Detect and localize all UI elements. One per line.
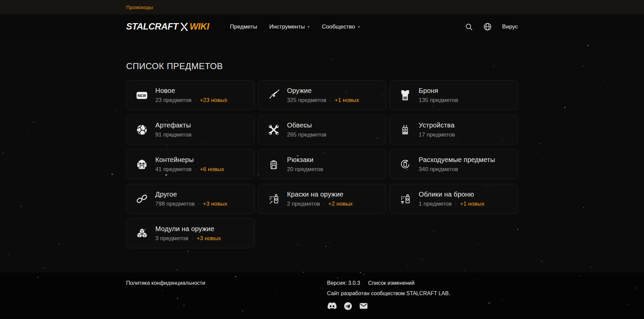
card-new-badge: +23 новых xyxy=(200,97,227,104)
svg-text:NEW: NEW xyxy=(138,93,146,97)
card-title: Рюкзаки xyxy=(287,156,323,164)
card-separator: · xyxy=(323,201,325,207)
category-card-new[interactable]: NEW Новое 23 предметов · +23 новых xyxy=(126,80,255,110)
logo-text-stalcraft: STALCRAFT xyxy=(126,21,178,32)
nav-right-group: Вирус xyxy=(465,22,518,31)
card-new-badge: +1 новых xyxy=(335,97,359,104)
modules-cubes-icon xyxy=(135,227,149,240)
card-separator: · xyxy=(198,201,200,207)
category-cards-grid: NEW Новое 23 предметов · +23 новых xyxy=(126,80,518,248)
container-pack-icon xyxy=(135,158,149,171)
consumables-cycle-icon xyxy=(398,158,412,171)
armor-vest-icon xyxy=(398,89,412,102)
category-card-armor[interactable]: Броня 135 предметов xyxy=(389,80,518,110)
nav-links: Предметы Инструменты Сообщество xyxy=(230,23,360,30)
card-count: 23 предметов xyxy=(155,97,192,104)
promo-bar: Промокоды xyxy=(0,0,644,14)
card-new-badge: +3 новых xyxy=(197,235,221,242)
category-card-weapon-modules[interactable]: Модули на оружие 3 предметов · +3 новых xyxy=(126,218,255,248)
card-separator: · xyxy=(195,98,197,103)
promocodes-link[interactable]: Промокоды xyxy=(126,4,153,10)
category-card-backpacks[interactable]: Рюкзаки 20 предметов xyxy=(258,149,386,179)
card-count: 135 предметов xyxy=(419,97,458,104)
nav-item-tools[interactable]: Инструменты xyxy=(269,23,310,30)
globe-icon xyxy=(483,22,492,31)
nav-item-label: Инструменты xyxy=(269,23,305,30)
nav-item-label: Сообщество xyxy=(322,23,355,30)
armor-spray-icon xyxy=(398,192,412,206)
card-title: Новое xyxy=(155,87,227,95)
footer-right-block: Версия: 3.0.3 Список изменений Сайт разр… xyxy=(327,280,518,310)
main-content: СПИСОК ПРЕДМЕТОВ NEW Новое 23 предметов … xyxy=(0,39,644,272)
search-icon xyxy=(465,23,473,31)
card-title: Модули на оружие xyxy=(155,225,221,233)
new-badge-icon: NEW xyxy=(135,89,149,102)
stalcraft-x-icon xyxy=(179,21,189,32)
category-card-attachments[interactable]: Обвесы 265 предметов xyxy=(258,115,386,145)
version-label: Версия: 3.0.3 xyxy=(327,280,360,286)
backpack-icon xyxy=(267,158,280,171)
telegram-icon[interactable] xyxy=(343,302,353,310)
card-separator: · xyxy=(330,98,331,103)
card-title: Устройства xyxy=(419,121,455,129)
card-count: 325 предметов xyxy=(287,97,326,104)
card-title: Другое xyxy=(155,191,227,198)
card-count: 91 предметов xyxy=(155,131,192,138)
card-count: 2 предметов xyxy=(287,201,320,207)
card-new-badge: +6 новых xyxy=(200,166,224,173)
changelog-link[interactable]: Список изменений xyxy=(368,280,415,286)
card-count: 265 предметов xyxy=(287,131,326,138)
user-profile-link[interactable]: Вирус xyxy=(502,23,518,30)
footer: Политика конфиденциальности Версия: 3.0.… xyxy=(0,272,644,319)
logo-text-wiki: WIKI xyxy=(190,21,209,32)
card-title: Контейнеры xyxy=(155,156,224,164)
email-icon[interactable] xyxy=(359,302,369,310)
card-title: Расходуемые предметы xyxy=(419,156,495,164)
category-card-artifacts[interactable]: Артефакты 91 предметов xyxy=(126,115,255,145)
category-card-containers[interactable]: Контейнеры 41 предметов · +6 новых xyxy=(126,149,255,179)
card-count: 798 предметов xyxy=(155,201,195,207)
detector-device-icon xyxy=(398,123,412,137)
social-links xyxy=(327,302,518,310)
artifact-orb-icon xyxy=(135,123,149,137)
nav-item-label: Предметы xyxy=(230,23,257,30)
weapon-spray-icon xyxy=(267,192,280,206)
privacy-policy-link[interactable]: Политика конфиденциальности xyxy=(126,280,205,310)
nav-item-community[interactable]: Сообщество xyxy=(322,23,360,30)
card-count: 340 предметов xyxy=(419,166,458,173)
category-card-other[interactable]: Другое 798 предметов · +3 новых xyxy=(126,184,255,214)
page-title: СПИСОК ПРЕДМЕТОВ xyxy=(126,61,518,71)
crossed-wrenches-icon xyxy=(267,123,280,137)
card-new-badge: +1 новых xyxy=(460,201,485,207)
site-credit: Сайт разработан сообществом STALCRAFT LA… xyxy=(327,290,518,297)
category-card-weapons[interactable]: Оружие 325 предметов · +1 новых xyxy=(258,80,386,110)
card-new-badge: +2 новых xyxy=(328,201,353,207)
card-title: Броня xyxy=(419,87,458,95)
category-card-devices[interactable]: Устройства 17 предметов xyxy=(389,115,518,145)
card-title: Артефакты xyxy=(155,121,192,129)
card-count: 1 предметов xyxy=(419,201,452,207)
category-card-consumables[interactable]: Расходуемые предметы 340 предметов xyxy=(389,149,518,179)
card-title: Облики на броню xyxy=(419,191,484,198)
nav-item-items[interactable]: Предметы xyxy=(230,23,257,30)
search-button[interactable] xyxy=(465,23,473,31)
card-separator: · xyxy=(455,201,457,207)
card-title: Обвесы xyxy=(287,121,326,129)
card-count: 17 предметов xyxy=(419,131,455,138)
rifle-icon xyxy=(267,89,280,102)
category-card-weapon-paints[interactable]: Краски на оружие 2 предметов · +2 новых xyxy=(258,184,386,214)
chevron-down-icon xyxy=(307,26,310,28)
discord-icon[interactable] xyxy=(327,302,337,310)
card-count: 41 предметов xyxy=(155,166,192,173)
chain-link-icon xyxy=(135,192,149,206)
language-button[interactable] xyxy=(483,22,492,31)
card-separator: · xyxy=(195,167,197,172)
card-count: 20 предметов xyxy=(287,166,323,173)
category-card-armor-skins[interactable]: Облики на броню 1 предметов · +1 новых xyxy=(389,184,518,214)
main-nav: STALCRAFT WIKI Предметы Инструменты xyxy=(0,14,644,39)
card-separator: · xyxy=(192,236,194,241)
card-title: Краски на оружие xyxy=(287,191,353,198)
site-logo[interactable]: STALCRAFT WIKI xyxy=(126,21,209,32)
card-title: Оружие xyxy=(287,87,359,95)
card-count: 3 предметов xyxy=(155,235,189,242)
